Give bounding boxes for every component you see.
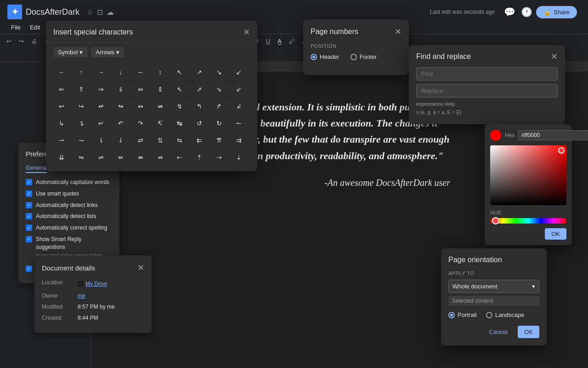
- pref-item[interactable]: Use smart quotes: [26, 190, 112, 198]
- apply-to-dropdown[interactable]: Whole document ▾: [448, 280, 539, 293]
- folder-icon[interactable]: ⊡: [97, 8, 103, 17]
- pref-item[interactable]: Automatically capitalize words: [26, 178, 112, 186]
- char-cell[interactable]: ⇇: [191, 132, 208, 149]
- text-color-button[interactable]: A̲: [275, 37, 284, 46]
- char-cell[interactable]: ⇑: [73, 81, 90, 98]
- char-cell[interactable]: ⇗: [191, 81, 208, 98]
- page-numbers-close[interactable]: ✕: [395, 27, 401, 37]
- portrait-option[interactable]: Portrait: [448, 311, 477, 318]
- char-cell[interactable]: ⇈: [211, 132, 227, 149]
- char-cell[interactable]: ↶: [113, 115, 129, 132]
- char-cell[interactable]: ⇉: [231, 132, 247, 149]
- char-cell[interactable]: ↺: [191, 115, 208, 132]
- pref-checkbox[interactable]: [26, 213, 32, 219]
- char-cell[interactable]: ↗: [191, 64, 208, 80]
- landscape-option[interactable]: Landscape: [486, 311, 525, 318]
- find-input[interactable]: [416, 67, 558, 80]
- char-cell[interactable]: ⇃: [113, 132, 129, 149]
- print-button[interactable]: 🖨: [28, 37, 40, 46]
- selected-content-option[interactable]: Selected content: [448, 296, 539, 306]
- char-cell[interactable]: ↕: [152, 64, 169, 80]
- footer-option[interactable]: Footer: [351, 53, 377, 60]
- char-cell[interactable]: ⇣: [231, 149, 247, 166]
- char-cell[interactable]: ↙: [231, 64, 247, 80]
- hue-thumb[interactable]: [492, 217, 499, 224]
- char-cell[interactable]: ↘: [211, 64, 227, 80]
- hex-input[interactable]: [518, 130, 588, 140]
- share-button[interactable]: 🔒 Share: [536, 6, 577, 18]
- char-cell[interactable]: ⇡: [191, 149, 208, 166]
- char-cell[interactable]: ↸: [152, 115, 169, 132]
- char-cell[interactable]: ⇕: [152, 81, 169, 98]
- pref-item[interactable]: Automatically detect lists: [26, 213, 112, 220]
- char-cell[interactable]: ⇏: [152, 149, 169, 166]
- preferences-general-tab[interactable]: General: [26, 164, 47, 173]
- star-icon[interactable]: ☆: [87, 8, 93, 17]
- pref-item[interactable]: Show Smart Reply suggestions: [26, 236, 112, 251]
- char-cell[interactable]: ⇋: [73, 149, 90, 166]
- char-cell[interactable]: ↼: [231, 115, 247, 132]
- char-cell[interactable]: ⇐: [53, 81, 70, 98]
- char-cell[interactable]: ⇔: [132, 81, 149, 98]
- cloud-icon[interactable]: ☁: [107, 8, 114, 17]
- pref-item[interactable]: Automatically detect links: [26, 201, 112, 209]
- portrait-radio[interactable]: [448, 312, 455, 318]
- menu-edit[interactable]: Edit: [26, 22, 44, 33]
- history-icon[interactable]: 🕐: [521, 6, 532, 17]
- char-cell[interactable]: ⇢: [211, 149, 227, 166]
- char-cell[interactable]: ⇁: [73, 132, 90, 149]
- find-replace-close[interactable]: ✕: [551, 52, 558, 62]
- char-cell[interactable]: ⇠: [171, 149, 188, 166]
- char-cell[interactable]: ↱: [211, 98, 227, 115]
- char-cell[interactable]: ↩: [53, 98, 70, 115]
- char-cell[interactable]: ↯: [171, 98, 188, 115]
- undo-button[interactable]: ↩: [4, 37, 14, 46]
- pref-checkbox[interactable]: [26, 190, 32, 197]
- char-cell[interactable]: ↭: [132, 98, 149, 115]
- char-cell[interactable]: ⇄: [132, 132, 149, 149]
- underline-button[interactable]: U: [263, 37, 273, 46]
- char-cell[interactable]: ⇓: [113, 81, 129, 98]
- landscape-radio[interactable]: [486, 312, 492, 318]
- arrows-filter-button[interactable]: Arrows ▾: [91, 47, 124, 58]
- symbol-filter-button[interactable]: Symbol ▾: [53, 47, 87, 58]
- char-cell[interactable]: ⇎: [132, 149, 149, 166]
- char-cell[interactable]: ⇆: [171, 132, 188, 149]
- pref-checkbox[interactable]: [26, 224, 32, 231]
- comment-icon[interactable]: 💬: [504, 6, 515, 17]
- header-option[interactable]: Header: [311, 53, 339, 60]
- char-cell[interactable]: ↷: [132, 115, 149, 132]
- char-cell[interactable]: ⇘: [211, 81, 227, 98]
- owner-value[interactable]: me: [78, 293, 85, 299]
- char-cell[interactable]: ↰: [191, 98, 208, 115]
- char-cell[interactable]: ⇌: [93, 149, 109, 166]
- char-cell[interactable]: ←: [53, 64, 70, 80]
- char-cell[interactable]: ⇊: [53, 149, 70, 166]
- char-cell[interactable]: ↖: [171, 64, 188, 80]
- pref-checkbox[interactable]: [26, 179, 32, 185]
- char-cell[interactable]: ⇙: [231, 81, 247, 98]
- char-cell[interactable]: ↫: [93, 98, 109, 115]
- char-cell[interactable]: ⇅: [152, 132, 169, 149]
- replace-input[interactable]: [416, 84, 558, 98]
- char-cell[interactable]: ⇍: [113, 149, 129, 166]
- pref-checkbox[interactable]: [26, 265, 32, 272]
- footer-radio[interactable]: [351, 54, 357, 60]
- char-cell[interactable]: ↹: [171, 115, 188, 132]
- pref-item[interactable]: Automatically correct spelling: [26, 224, 112, 232]
- special-chars-close[interactable]: ✕: [243, 27, 250, 37]
- hue-slider[interactable]: [490, 218, 566, 224]
- char-cell[interactable]: →: [93, 64, 109, 80]
- redo-button[interactable]: ↪: [16, 37, 27, 46]
- color-swatch[interactable]: [490, 130, 501, 141]
- char-cell[interactable]: ↬: [113, 98, 129, 115]
- page-orientation-ok-button[interactable]: OK: [518, 326, 539, 338]
- char-cell[interactable]: ⇖: [171, 81, 188, 98]
- char-cell[interactable]: ↴: [73, 115, 90, 132]
- color-canvas[interactable]: [490, 145, 566, 205]
- highlight-color-button[interactable]: 🖊: [286, 37, 298, 46]
- char-cell[interactable]: ↪: [73, 98, 90, 115]
- document-details-close[interactable]: ✕: [137, 263, 144, 273]
- char-cell[interactable]: ↳: [53, 115, 70, 132]
- pref-checkbox[interactable]: [26, 236, 32, 242]
